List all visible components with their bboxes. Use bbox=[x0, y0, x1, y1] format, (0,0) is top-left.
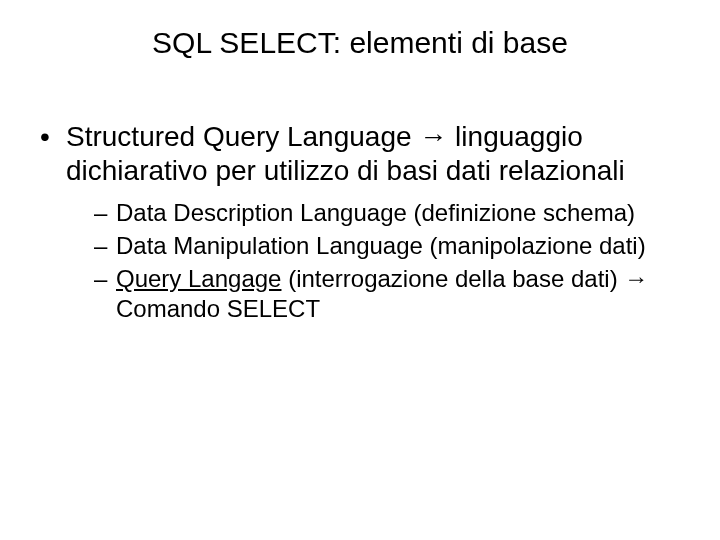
sub-item-2: Data Manipulation Language (manipolazion… bbox=[94, 231, 680, 262]
sub-item-3-tail: Comando SELECT bbox=[116, 295, 320, 322]
sub-item-3-after: (interrogazione della base dati) bbox=[281, 265, 624, 292]
arrow-icon: → bbox=[419, 121, 447, 152]
sub-item-3: Query Langage (interrogazione della base… bbox=[94, 264, 680, 325]
bullet-list-level1: Structured Query Language → linguaggio d… bbox=[40, 120, 680, 325]
slide: SQL SELECT: elementi di base Structured … bbox=[0, 0, 720, 540]
bullet-list-level2: Data Description Language (definizione s… bbox=[66, 198, 680, 325]
sub-item-3-underlined: Query Langage bbox=[116, 265, 281, 292]
bullet-item-1: Structured Query Language → linguaggio d… bbox=[40, 120, 680, 325]
slide-title: SQL SELECT: elementi di base bbox=[40, 26, 680, 60]
sub-item-1: Data Description Language (definizione s… bbox=[94, 198, 680, 229]
arrow-icon: → bbox=[624, 265, 648, 292]
bullet-item-1-prefix: Structured Query Language bbox=[66, 121, 419, 152]
